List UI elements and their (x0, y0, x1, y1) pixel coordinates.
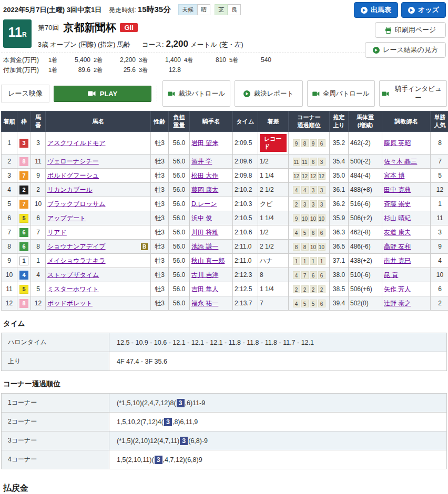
corner-position: 3 (310, 186, 317, 194)
finish-position: 7 (2, 225, 17, 240)
corner-positions: 4766 (289, 268, 330, 282)
corner-positions: 2333 (289, 197, 330, 211)
time-section-title: タイム (3, 319, 447, 328)
margin-cell: レコード (258, 132, 289, 155)
video-button[interactable]: 全周パトロール (307, 80, 375, 107)
result-guide-button[interactable]: ▶ レース結果の見方 (365, 42, 446, 58)
win-favorite-rank: 3 (431, 225, 448, 240)
horse-name-link[interactable]: リカンカブール (47, 186, 93, 193)
horse-name-link[interactable]: ヴェローナシチー (47, 158, 99, 165)
divider (1, 53, 375, 53)
trainer-link[interactable]: 南井 克巳 (384, 257, 411, 264)
trainer-link[interactable]: 杉山 晴紀 (384, 214, 411, 222)
jockey-link[interactable]: 福永 祐一 (191, 300, 218, 307)
video-button[interactable]: 裁決パトロール (162, 80, 230, 107)
jockey-link[interactable]: 松田 大作 (191, 172, 218, 179)
jockey-link[interactable]: 古川 吉洋 (191, 271, 218, 279)
video-camera-icon (382, 91, 389, 96)
race-number-badge: 11R (3, 19, 32, 48)
prize-value: 1,400 (155, 55, 184, 65)
horse-name-link[interactable]: メイショウラナキラ (47, 257, 106, 264)
trainer-link[interactable]: 友道 康夫 (384, 229, 411, 236)
jockey-cell: D.レーン (190, 197, 233, 211)
prize-value: 89.6 (64, 65, 94, 75)
print-page-label: 印刷用ページ (395, 25, 436, 35)
corner-position: 2 (293, 285, 300, 293)
play-button[interactable]: PLAY (54, 86, 151, 102)
jockey-link[interactable]: 岩田 望来 (191, 139, 218, 147)
last-3f: 37.1 (330, 254, 349, 268)
trainer-link[interactable]: 昆 貢 (384, 271, 398, 279)
finish-position: 3 (2, 169, 17, 183)
corner-position: 10 (318, 243, 325, 251)
odds-button[interactable]: ▶ オッズ (401, 2, 446, 18)
horse-name-link[interactable]: ブラックブロッサム (47, 200, 106, 208)
jockey-link[interactable]: 浜中 俊 (191, 214, 212, 222)
jockey-link[interactable]: 酒井 学 (191, 158, 212, 165)
column-header: 負担 重量 (169, 111, 190, 132)
bracket-cell: 7 (17, 197, 31, 211)
corner-positions: 9896 (289, 132, 330, 155)
jockey-link[interactable]: 藤岡 康太 (191, 186, 218, 193)
corner-position: 10 (310, 243, 317, 251)
prize-value: 540 (245, 55, 274, 65)
column-header: 馬 番 (31, 111, 46, 132)
column-header: 枠 (17, 111, 31, 132)
corner-row-label: 1コーナー (2, 394, 109, 413)
video-camera-icon (312, 91, 320, 96)
jockey-cell: 池添 謙一 (190, 240, 233, 254)
bracket-number: 5 (19, 285, 28, 294)
arrow-circle-icon: ▶ (243, 90, 250, 97)
print-page-button[interactable]: 印刷用ページ (375, 22, 446, 38)
horse-name-link[interactable]: リアド (47, 229, 67, 236)
result-row: 133アスクワイルドモア牡356.0岩田 望来2:09.5レコード989635.… (2, 132, 448, 155)
trainer-link[interactable]: 斉藤 崇史 (384, 200, 411, 208)
trainer-link[interactable]: 宮本 博 (384, 172, 404, 179)
horse-name-link[interactable]: ショウナンアデイブ (47, 243, 106, 250)
corner-order: 1,5(2,10,11)(3,4,7,12)(6,8)9 (109, 450, 447, 469)
video-bar: レース映像 PLAY 裁決パトロール▶裁決レポート全周パトロール騎手インタビュー (1, 80, 447, 107)
carried-weight: 56.0 (169, 282, 190, 296)
trainer-link[interactable]: 田中 克典 (384, 186, 411, 193)
horse-name-link[interactable]: ボルドグフーシュ (47, 172, 99, 179)
trainer-link[interactable]: 佐々木 晶三 (384, 158, 417, 165)
jockey-link[interactable]: 吉田 隼人 (191, 285, 218, 293)
corner-position: 4 (293, 229, 300, 236)
trainer-link[interactable]: 辻野 泰之 (384, 300, 411, 307)
horse-name-link[interactable]: ストップザタイム (47, 271, 99, 279)
corner-position: 9 (293, 139, 300, 147)
jockey-link[interactable]: D.レーン (191, 200, 217, 208)
carried-weight: 56.0 (169, 211, 190, 225)
horse-name-link[interactable]: アップデート (47, 214, 86, 222)
video-button[interactable]: 騎手インタビュー (379, 80, 447, 107)
carried-weight: 56.0 (169, 155, 190, 169)
result-row: 911メイショウラナキラ牡356.0秋山 真一郎2:11.0ハナ111137.1… (2, 254, 448, 268)
trainer-link[interactable]: 藤原 英昭 (384, 139, 411, 147)
race-conditions: 3歳 オープン (国際) (指定) 馬齢 コース: 2,200 メートル (芝・… (38, 39, 243, 49)
trainer-link[interactable]: 高野 友和 (384, 243, 411, 250)
margin-cell: 8 (258, 268, 289, 282)
jockey-cell: 秋山 真一郎 (190, 254, 233, 268)
horse-number: 5 (31, 282, 46, 296)
horse-number: 10 (31, 197, 46, 211)
jockey-link[interactable]: 川田 将雅 (191, 229, 218, 236)
highlighted-horse-number: 3 (164, 418, 172, 426)
horse-name-link[interactable]: ミスターホワイト (47, 285, 99, 293)
video-button-label: 全周パトロール (323, 89, 370, 98)
horse-weight: 500(-2) (349, 155, 382, 169)
horse-number: 4 (31, 268, 46, 282)
trainer-cell: 友道 康夫 (382, 225, 431, 240)
horse-name-link[interactable]: アスクワイルドモア (47, 139, 106, 147)
jockey-link[interactable]: 秋山 真一郎 (191, 257, 225, 264)
result-row: 1044ストップザタイム牡356.0古川 吉洋2:12.38476638.051… (2, 268, 448, 282)
video-button[interactable]: ▶裁決レポート (235, 80, 302, 107)
bracket-number: 2 (19, 186, 28, 194)
trainer-cell: 藤原 英昭 (382, 132, 431, 155)
corner-position: 3 (310, 200, 317, 208)
trainer-link[interactable]: 矢作 芳人 (384, 285, 411, 293)
result-row: 422リカンカブール牡356.0藤岡 康太2:10.22 1/2443336.1… (2, 183, 448, 197)
entries-button[interactable]: ▶ 出馬表 (354, 2, 398, 18)
course-unit: メートル (190, 40, 217, 49)
horse-name-link[interactable]: ポッドボレット (47, 300, 93, 307)
jockey-link[interactable]: 池添 謙一 (191, 243, 218, 250)
